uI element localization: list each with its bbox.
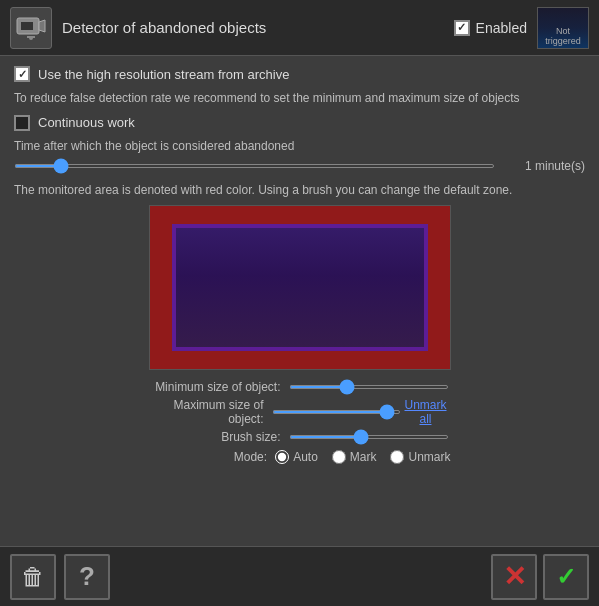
mode-unmark-radio[interactable] [390,450,404,464]
camera-view[interactable] [149,205,451,370]
header: Detector of abandoned objects Enabled No… [0,0,599,56]
brush-size-row: Brush size: [149,430,451,444]
footer: 🗑 ? ✕ ✓ [0,546,599,606]
camera-controls: Minimum size of object: Maximum size of … [149,380,451,464]
mode-row: Mode: Auto Mark Unmark [149,450,451,464]
mode-auto-label: Auto [293,450,318,464]
max-size-row: Maximum size of object: Unmark all [149,398,451,426]
time-slider[interactable] [14,164,495,168]
mode-unmark[interactable]: Unmark [390,450,450,464]
page-title: Detector of abandoned objects [62,19,454,36]
mode-mark-label: Mark [350,450,377,464]
mode-mark[interactable]: Mark [332,450,377,464]
enabled-section: Enabled [454,20,527,36]
monitor-text: The monitored area is denoted with red c… [14,183,585,197]
camera-overlay [176,228,424,347]
time-label: Time after which the object is considere… [14,139,585,153]
high-resolution-label: Use the high resolution stream from arch… [38,67,289,82]
cancel-button[interactable]: ✕ [491,554,537,600]
max-size-label: Maximum size of object: [149,398,272,426]
min-size-row: Minimum size of object: [149,380,451,394]
time-slider-row: 1 minute(s) [14,159,585,173]
svg-marker-1 [39,20,45,32]
min-size-label: Minimum size of object: [149,380,289,394]
enabled-label: Enabled [476,20,527,36]
footer-right-buttons: ✕ ✓ [491,554,589,600]
footer-left-buttons: 🗑 ? [10,554,110,600]
mode-options: Auto Mark Unmark [275,450,450,464]
mode-unmark-label: Unmark [408,450,450,464]
min-size-slider[interactable] [289,385,449,389]
trash-button[interactable]: 🗑 [10,554,56,600]
svg-rect-4 [27,36,35,38]
max-size-slider[interactable] [272,410,401,414]
brush-size-label: Brush size: [149,430,289,444]
high-resolution-checkbox[interactable] [14,66,30,82]
continuous-work-label: Continuous work [38,115,135,130]
mode-label: Mode: [149,450,276,464]
false-detection-info: To reduce false detection rate we recomm… [14,90,585,107]
enabled-checkbox[interactable] [454,20,470,36]
camera-container [149,205,451,370]
brush-size-slider[interactable] [289,435,449,439]
trigger-status: Not triggered [538,26,588,46]
continuous-work-row: Continuous work [14,115,585,131]
camera-thumbnail: Not triggered [537,7,589,49]
high-resolution-row: Use the high resolution stream from arch… [14,66,585,82]
help-button[interactable]: ? [64,554,110,600]
mode-mark-radio[interactable] [332,450,346,464]
continuous-work-checkbox[interactable] [14,115,30,131]
svg-rect-2 [21,22,33,30]
main-content: Use the high resolution stream from arch… [0,56,599,546]
mode-auto-radio[interactable] [275,450,289,464]
detector-icon [10,7,52,49]
time-slider-value: 1 minute(s) [505,159,585,173]
unmark-all-button[interactable]: Unmark all [401,398,451,426]
mode-auto[interactable]: Auto [275,450,318,464]
confirm-button[interactable]: ✓ [543,554,589,600]
